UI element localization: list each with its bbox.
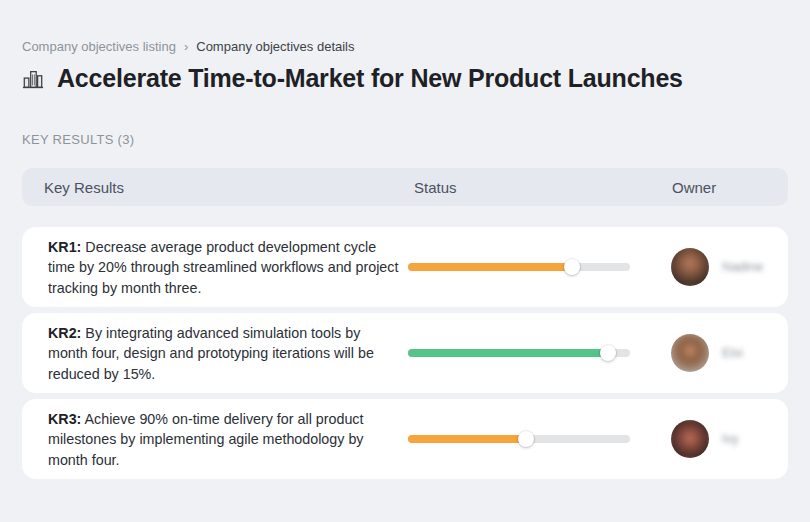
kr-description: KR3: Achieve 90% on-time delivery for al…	[48, 409, 400, 470]
progress-fill	[408, 349, 608, 357]
slider-knob[interactable]	[518, 431, 534, 447]
table-row-kr2[interactable]: KR2: By integrating advanced simulation …	[22, 313, 788, 393]
page-title: Accelerate Time-to-Market for New Produc…	[57, 64, 683, 93]
owner-name: Elsi	[722, 345, 743, 360]
slider-knob[interactable]	[600, 345, 616, 361]
key-results-list: KR1: Decrease average product developmen…	[22, 227, 788, 485]
chevron-right-icon: ›	[184, 39, 188, 54]
avatar	[671, 248, 709, 286]
progress-fill	[408, 435, 526, 443]
avatar	[671, 334, 709, 372]
column-header-key-results: Key Results	[44, 179, 124, 196]
table-row-kr3[interactable]: KR3: Achieve 90% on-time delivery for al…	[22, 399, 788, 479]
owner-name: Ivy	[722, 431, 739, 446]
kr-description-text: Decrease average product development cyc…	[48, 239, 398, 296]
breadcrumb-item-listing[interactable]: Company objectives listing	[22, 39, 176, 54]
kr-description: KR2: By integrating advanced simulation …	[48, 323, 400, 384]
section-label: KEY RESULTS (3)	[22, 132, 134, 147]
avatar	[671, 420, 709, 458]
progress-slider[interactable]	[408, 435, 630, 443]
table-header: Key Results Status Owner	[22, 168, 788, 206]
buildings-icon	[22, 68, 44, 90]
column-header-status: Status	[414, 179, 457, 196]
progress-fill	[408, 263, 572, 271]
owner-name: Nadine	[722, 259, 763, 274]
kr-description-text: Achieve 90% on-time delivery for all pro…	[48, 411, 364, 468]
kr-label: KR2:	[48, 325, 81, 341]
breadcrumb: Company objectives listing › Company obj…	[22, 39, 355, 54]
breadcrumb-item-details: Company objectives details	[196, 39, 354, 54]
table-row-kr1[interactable]: KR1: Decrease average product developmen…	[22, 227, 788, 307]
kr-label: KR1:	[48, 239, 81, 255]
title-row: Accelerate Time-to-Market for New Produc…	[22, 64, 683, 93]
slider-knob[interactable]	[564, 259, 580, 275]
column-header-owner: Owner	[672, 179, 716, 196]
progress-slider[interactable]	[408, 349, 630, 357]
kr-description: KR1: Decrease average product developmen…	[48, 237, 400, 298]
kr-description-text: By integrating advanced simulation tools…	[48, 325, 374, 382]
kr-label: KR3:	[48, 411, 81, 427]
progress-slider[interactable]	[408, 263, 630, 271]
